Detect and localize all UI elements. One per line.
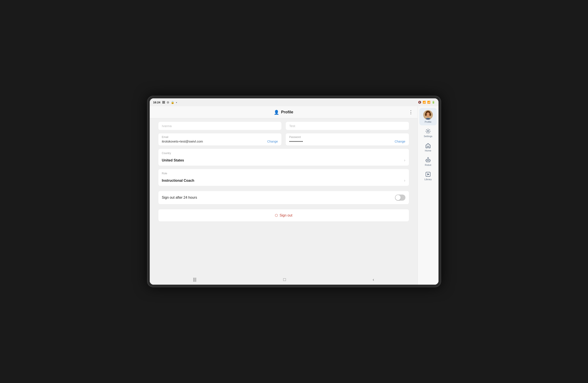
email-label: Email [162, 136, 278, 139]
name-row: Ivanna Test [158, 122, 409, 133]
role-value: Instructional Coach [162, 179, 194, 183]
device-screen: 16:24 🖼 ⊙ 🔒 • 🔇 📶 📶 🔋 👤 [150, 98, 439, 285]
sidebar-item-settings[interactable]: Settings [419, 126, 437, 140]
svg-point-12 [428, 157, 428, 158]
status-right-icons: 🔇 📶 📶 🔋 [418, 101, 435, 104]
email-value-row: itrotskovets+test@swivl.com Change [162, 140, 278, 143]
spacer2 [158, 208, 409, 209]
signout-icon: ⬡ [275, 213, 278, 217]
library-icon [425, 171, 431, 177]
status-photo-icon: 🖼 [162, 101, 165, 104]
sidebar-library-label: Library [424, 178, 432, 181]
sidebar-item-robot[interactable]: Robot [419, 155, 437, 169]
battery-icon: 🔋 [432, 101, 435, 104]
email-password-row: Email itrotskovets+test@swivl.com Change… [158, 133, 409, 149]
firstname-group: Ivanna [158, 122, 282, 130]
main-area: 👤 Profile ⋮ Ivanna Test [150, 106, 418, 285]
mute-icon: 🔇 [418, 101, 421, 104]
sidebar-robot-label: Robot [425, 164, 431, 166]
role-chevron-icon: › [404, 178, 405, 183]
signout-timer-toggle[interactable] [395, 194, 405, 201]
lastname-group: Test [286, 122, 409, 130]
status-bar: 16:24 🖼 ⊙ 🔒 • 🔇 📶 📶 🔋 [150, 98, 439, 106]
password-value: •••••••••••• [289, 140, 303, 143]
status-circle-icon: ⊙ [167, 101, 169, 104]
email-change-button[interactable]: Change [267, 140, 278, 143]
role-header: Role [158, 169, 409, 176]
home-button[interactable]: □ [279, 275, 290, 284]
bottom-bar: ||| □ ‹ [150, 274, 418, 285]
wifi-icon: 📶 [423, 101, 426, 104]
gear-icon [425, 128, 431, 134]
lastname-value: Test [289, 124, 405, 128]
menu-button[interactable]: ||| [189, 275, 201, 284]
sidebar-item-library[interactable]: Library [419, 169, 437, 183]
sidebar-home-label: Home [425, 149, 431, 152]
sidebar-settings-label: Settings [424, 135, 432, 138]
right-sidebar: Profile Settings Home [418, 106, 439, 285]
signout-text: Sign out [280, 213, 293, 217]
person-icon: 👤 [274, 110, 279, 115]
top-bar: 👤 Profile ⋮ [150, 106, 418, 118]
role-item[interactable]: Instructional Coach › [158, 176, 409, 186]
status-lock-icon: 🔒 [171, 101, 174, 104]
password-group: Password •••••••••••• Change [286, 133, 409, 145]
country-label: Country [162, 152, 171, 155]
home-icon [425, 143, 431, 149]
sidebar-item-profile[interactable]: Profile [419, 108, 437, 125]
svg-point-7 [427, 130, 429, 132]
status-time: 16:24 🖼 ⊙ 🔒 • [153, 101, 177, 104]
country-card: Country United States › [158, 149, 409, 166]
app-content: 👤 Profile ⋮ Ivanna Test [150, 106, 439, 285]
page-title: 👤 Profile [274, 110, 293, 115]
signout-card[interactable]: ⬡ Sign out [158, 209, 409, 221]
country-header: Country [158, 149, 409, 156]
country-value: United States [162, 158, 184, 162]
password-value-row: •••••••••••• Change [289, 140, 405, 143]
signout-timer-label: Sign out after 24 hours [162, 196, 197, 200]
more-options-button[interactable]: ⋮ [408, 109, 413, 115]
signout-timer-card: Sign out after 24 hours [158, 191, 409, 204]
email-group: Email itrotskovets+test@swivl.com Change [158, 133, 282, 145]
robot-icon [425, 157, 431, 163]
profile-content: Ivanna Test Email itrotskovets+test@swiv… [150, 118, 418, 274]
svg-point-4 [429, 113, 431, 116]
country-item[interactable]: United States › [158, 156, 409, 166]
role-label: Role [162, 172, 167, 175]
avatar [423, 110, 433, 120]
email-value: itrotskovets+test@swivl.com [162, 140, 203, 143]
svg-point-3 [425, 113, 427, 116]
password-change-button[interactable]: Change [395, 140, 405, 143]
status-dot: • [176, 101, 177, 104]
signal-icon: 📶 [427, 101, 430, 104]
device-frame: 16:24 🖼 ⊙ 🔒 • 🔇 📶 📶 🔋 👤 [147, 96, 441, 287]
country-chevron-icon: › [404, 158, 405, 163]
sidebar-profile-label: Profile [424, 121, 431, 123]
svg-rect-8 [426, 159, 430, 162]
svg-rect-10 [428, 160, 429, 161]
password-label: Password [289, 136, 405, 139]
svg-rect-9 [427, 160, 428, 161]
spacer [158, 189, 409, 191]
firstname-value: Ivanna [162, 124, 278, 128]
sidebar-item-home[interactable]: Home [419, 141, 437, 154]
role-card: Role Instructional Coach › [158, 169, 409, 186]
back-button[interactable]: ‹ [368, 275, 378, 284]
svg-marker-16 [427, 173, 429, 175]
